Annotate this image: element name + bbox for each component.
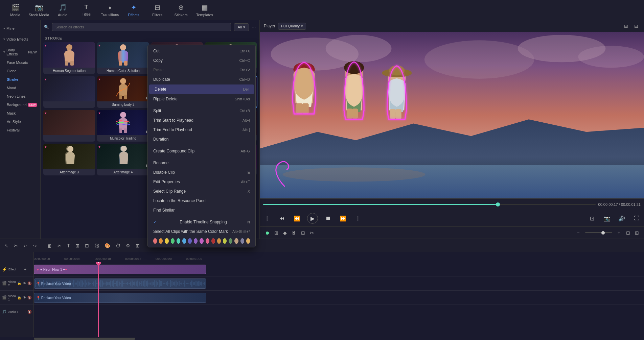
toolbar-audio[interactable]: 🎵 Audio bbox=[51, 0, 74, 20]
color-dot-sage[interactable] bbox=[229, 238, 232, 244]
color-dot-purple[interactable] bbox=[194, 238, 198, 244]
split-button[interactable]: ⊞ bbox=[74, 242, 81, 249]
sidebar-item-neon-lines[interactable]: Neon Lines bbox=[2, 92, 38, 100]
ctx-split[interactable]: Split Ctrl+B bbox=[148, 106, 255, 116]
sidebar-item-mood[interactable]: Mood bbox=[2, 84, 38, 92]
sidebar-item-stroke[interactable]: Stroke bbox=[2, 75, 38, 83]
ctx-select-clip-range[interactable]: Select Clip Range X bbox=[148, 187, 255, 196]
ai-cut-button[interactable]: ✂ bbox=[308, 229, 316, 237]
color-dot-red[interactable] bbox=[211, 238, 215, 244]
ctx-find-similar[interactable]: Find Similar bbox=[148, 205, 255, 215]
ctx-trim-end[interactable]: Trim End to Playhead Alt+] bbox=[148, 125, 255, 135]
progress-handle[interactable] bbox=[496, 202, 500, 207]
zoom-slider-thumb[interactable] bbox=[601, 231, 605, 235]
toolbar-stock-media[interactable]: 📷 Stock Media bbox=[27, 0, 51, 20]
video2-clip[interactable]: 📍 Replace Your Video bbox=[34, 278, 206, 289]
settings-button[interactable]: ⚙ bbox=[124, 242, 132, 249]
search-input[interactable] bbox=[52, 23, 231, 31]
toolbar-media[interactable]: 🎬 Media bbox=[3, 0, 27, 20]
color-dot-green[interactable] bbox=[171, 238, 175, 244]
sidebar-item-face-mosaic[interactable]: Face Mosaic bbox=[2, 58, 38, 67]
razor-tool-button[interactable]: ✂ bbox=[12, 242, 20, 249]
keyframe-button[interactable]: ◆ bbox=[281, 229, 289, 237]
toolbar-titles[interactable]: T Titles bbox=[74, 0, 98, 20]
ctx-create-compound[interactable]: Create Compound Clip Alt+G bbox=[148, 146, 255, 156]
color-dot-amber[interactable] bbox=[217, 238, 221, 244]
text-button[interactable]: T bbox=[65, 242, 72, 249]
video1-clip[interactable]: 📍 Replace Your Video bbox=[34, 293, 206, 303]
toolbar-transitions[interactable]: ⬧ Transitions bbox=[98, 0, 122, 20]
progress-bar[interactable] bbox=[263, 204, 596, 205]
add-track-icon[interactable]: + bbox=[24, 267, 26, 271]
ctx-delete[interactable]: Delete Del bbox=[149, 84, 254, 94]
undo-button[interactable]: ↩ bbox=[22, 242, 29, 249]
sidebar-item-mask[interactable]: Mask bbox=[2, 109, 38, 117]
crop-button[interactable]: ⊡ bbox=[587, 214, 597, 223]
color-button[interactable]: 🎨 bbox=[103, 242, 112, 249]
effect-item-multicolor[interactable]: ♥ ⬇ Multicol bbox=[97, 110, 149, 142]
track-eye-icon[interactable]: 👁 bbox=[23, 282, 26, 285]
track-lock-icon[interactable]: 🔒 bbox=[17, 282, 21, 285]
link-button[interactable]: ⛓ bbox=[93, 242, 101, 249]
toolbar-filters[interactable]: ⊟ Filters bbox=[145, 0, 169, 20]
add-track-button[interactable]: ⊞ bbox=[273, 229, 280, 237]
in-point-button[interactable]: [ bbox=[262, 214, 272, 223]
effect-item-burning-body[interactable]: ♥ ⬇ Burning body 2 bbox=[97, 76, 149, 108]
color-dot-pink[interactable] bbox=[153, 238, 157, 244]
toolbar-stickers[interactable]: ⊕ Stickers bbox=[169, 0, 193, 20]
track-mute-icon-a1[interactable]: 🔇 bbox=[27, 310, 31, 314]
more-tl-button[interactable]: ⊞ bbox=[134, 242, 141, 249]
ctx-rename[interactable]: Rename bbox=[148, 158, 255, 168]
volume-button[interactable]: 🔊 bbox=[617, 214, 626, 223]
sidebar-item-clone[interactable]: Clone bbox=[2, 67, 38, 75]
crop-tl-button[interactable]: ⊡ bbox=[83, 242, 91, 249]
color-dot-tan[interactable] bbox=[234, 238, 238, 244]
effect-item-afterimage-3[interactable]: ♥ Afterimage 3 bbox=[43, 144, 95, 175]
zoom-out-button[interactable]: － bbox=[574, 229, 582, 237]
quality-select[interactable]: Full Quality ▾ bbox=[278, 23, 306, 30]
effect-item-9[interactable]: ♥ bbox=[43, 110, 95, 142]
color-dot-yellow[interactable] bbox=[165, 238, 168, 244]
snapshot-button[interactable]: 📷 bbox=[602, 214, 612, 223]
sidebar-item-art-style[interactable]: Art Style bbox=[2, 118, 38, 126]
effect-item-human-color-solution[interactable]: ♥ bbox=[97, 42, 149, 74]
color-dot-lime[interactable] bbox=[223, 238, 227, 244]
sidebar-item-background[interactable]: Background NEW bbox=[2, 101, 38, 109]
zoom-slider[interactable] bbox=[585, 232, 612, 233]
filter-button[interactable]: All ▾ bbox=[234, 23, 249, 31]
color-dot-blue[interactable] bbox=[182, 238, 186, 244]
sidebar-video-effects-toggle[interactable]: ▾ Video Effects bbox=[0, 35, 40, 43]
more-options-button[interactable]: ··· bbox=[252, 24, 256, 30]
frame-forward-button[interactable]: ⏩ bbox=[338, 214, 348, 223]
fullscreen-button[interactable]: ⛶ bbox=[632, 214, 641, 223]
captions-button[interactable]: ⊟ bbox=[299, 229, 307, 237]
toolbar-effects[interactable]: ✦ Effects bbox=[122, 0, 145, 20]
track-eye-icon-v1[interactable]: 👁 bbox=[23, 296, 26, 299]
audio-mix-button[interactable]: 🎚 bbox=[290, 229, 298, 237]
layout-icon-1[interactable]: ⊞ bbox=[622, 22, 630, 30]
effect-item-human-segmentation[interactable]: ♥ Human Segmentation bbox=[43, 42, 95, 74]
color-dot-magenta[interactable] bbox=[200, 238, 203, 244]
color-dot-gold[interactable] bbox=[246, 238, 250, 244]
record-button[interactable]: ⏺ bbox=[263, 229, 271, 237]
cursor-tool-button[interactable]: ↖ bbox=[3, 242, 10, 249]
color-dot-indigo[interactable] bbox=[188, 238, 192, 244]
layout-icon-2[interactable]: ⊟ bbox=[632, 22, 640, 30]
ctx-disable-clip[interactable]: Disable Clip E bbox=[148, 168, 255, 177]
track-mute-icon-v1[interactable]: 🔇 bbox=[27, 296, 31, 299]
ctx-edit-properties[interactable]: Edit Properties Alt+E bbox=[148, 177, 255, 187]
zoom-in-button[interactable]: ＋ bbox=[615, 229, 623, 237]
effect-clip[interactable]: ♥ ♥ Neon Flow 3 ♥ ♥ bbox=[34, 265, 206, 274]
fit-button[interactable]: ⊡ bbox=[624, 229, 632, 237]
skip-back-button[interactable]: ⏮ bbox=[277, 214, 287, 223]
cut-button[interactable]: ✂ bbox=[56, 242, 63, 249]
ctx-duplicate[interactable]: Duplicate Ctrl+D bbox=[148, 75, 255, 84]
ctx-trim-start[interactable]: Trim Start to Playhead Alt+[ bbox=[148, 116, 255, 125]
ctx-ripple-delete[interactable]: Ripple Delete Shift+Del bbox=[148, 94, 255, 104]
ctx-select-color-clips[interactable]: Select All Clips with the Same Color Mar… bbox=[148, 227, 255, 236]
color-dot-rose[interactable] bbox=[206, 238, 209, 244]
out-point-button[interactable]: ] bbox=[353, 214, 363, 223]
timer-button[interactable]: ⏱ bbox=[114, 242, 122, 249]
stop-button[interactable]: ⏹ bbox=[323, 214, 333, 223]
ctx-cut[interactable]: Cut Ctrl+X bbox=[148, 46, 255, 56]
